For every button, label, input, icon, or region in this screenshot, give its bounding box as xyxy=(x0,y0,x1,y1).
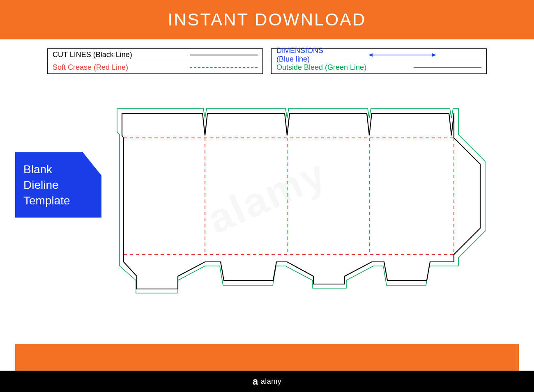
side-label-line1: Blank xyxy=(23,162,93,177)
side-label-badge: Blank Dieline Template xyxy=(15,152,101,218)
side-label-line2: Dieline xyxy=(23,177,93,193)
solid-green-line-icon xyxy=(414,63,481,71)
legend-label-crease: Soft Crease (Red Line) xyxy=(53,63,190,72)
dashed-red-line-icon xyxy=(190,63,258,71)
side-label-line3: Template xyxy=(23,193,93,209)
legend-dimensions: DIMENSIONS (Blue line) xyxy=(272,49,486,61)
alamy-logo: a alamy xyxy=(253,376,281,387)
bottom-bar: a alamy xyxy=(0,371,534,392)
cut-line xyxy=(122,113,480,289)
footer-bar xyxy=(15,344,519,371)
alamy-a-icon: a xyxy=(253,376,258,387)
solid-black-line-icon xyxy=(190,51,258,59)
legend: CUT LINES (Black Line) Soft Crease (Red … xyxy=(47,48,487,74)
dieline-template xyxy=(112,107,490,308)
dieline-svg xyxy=(112,107,490,308)
svg-marker-1 xyxy=(368,53,373,57)
header-title: INSTANT DOWNLOAD xyxy=(168,10,366,30)
crease-lines xyxy=(124,138,454,254)
alamy-brand: alamy xyxy=(261,377,282,386)
header-bar: INSTANT DOWNLOAD xyxy=(0,0,534,39)
legend-soft-crease: Soft Crease (Red Line) xyxy=(48,61,262,73)
legend-label-bleed: Outside Bleed (Green Line) xyxy=(276,63,414,72)
legend-left: CUT LINES (Black Line) Soft Crease (Red … xyxy=(47,48,263,74)
legend-right: DIMENSIONS (Blue line) Outside Bleed (Gr… xyxy=(271,48,487,74)
legend-bleed: Outside Bleed (Green Line) xyxy=(272,61,486,73)
svg-marker-2 xyxy=(432,53,436,57)
legend-cut-lines: CUT LINES (Black Line) xyxy=(48,49,262,61)
legend-label-dim: DIMENSIONS (Blue line) xyxy=(276,46,323,64)
double-arrow-blue-icon xyxy=(323,51,481,59)
legend-label-cut: CUT LINES (Black Line) xyxy=(53,50,190,59)
